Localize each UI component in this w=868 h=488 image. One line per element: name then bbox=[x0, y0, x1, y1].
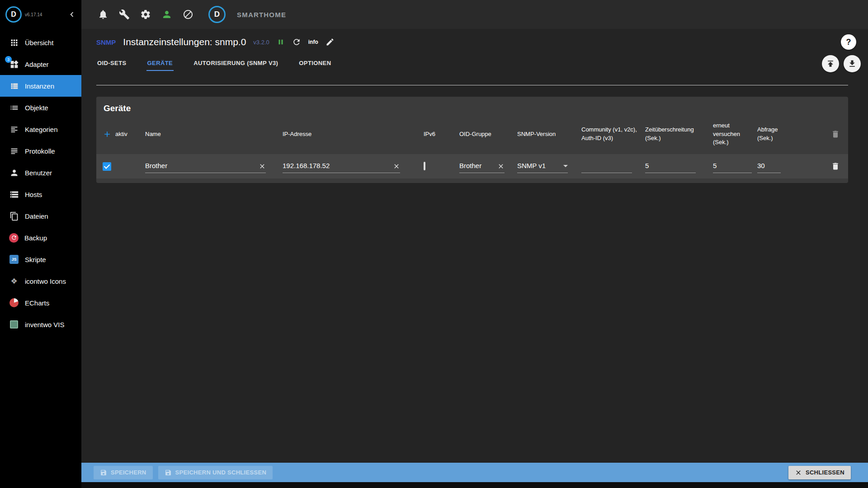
device-poll-cell bbox=[757, 160, 802, 173]
device-retry-cell bbox=[713, 160, 757, 173]
sidebar-item-label: Dateien bbox=[25, 212, 48, 220]
retry-input[interactable] bbox=[713, 162, 752, 170]
refresh-icon[interactable] bbox=[292, 38, 301, 47]
export-config-button[interactable] bbox=[844, 55, 861, 72]
sidebar-item-label: inventwo VIS bbox=[25, 321, 65, 328]
chevron-left-icon bbox=[67, 9, 77, 19]
notifications-bell-icon[interactable] bbox=[98, 9, 108, 20]
sidebar-item-inventwo-vis[interactable]: inventwo VIS bbox=[0, 314, 81, 335]
sidebar-item-label: Kategorien bbox=[25, 126, 58, 133]
save-icon bbox=[165, 469, 172, 476]
add-device-button[interactable] bbox=[103, 130, 112, 139]
page-title: Instanzeinstellungen: snmp.0 bbox=[123, 37, 246, 47]
host-status-icon[interactable] bbox=[161, 9, 172, 20]
gear-icon[interactable] bbox=[140, 9, 151, 20]
sidebar-item-uebersicht[interactable]: Übersicht bbox=[0, 32, 81, 53]
js-glyph: JS bbox=[11, 257, 16, 262]
logo-letter: D bbox=[11, 10, 16, 19]
column-header-community: Community (v1, v2c), Auth-ID (v3) bbox=[581, 126, 645, 143]
categories-icon bbox=[9, 124, 19, 134]
sidebar-item-hosts[interactable]: Hosts bbox=[0, 183, 81, 205]
save-button[interactable]: SPEICHERN bbox=[94, 466, 153, 479]
cloud-disconnected-icon[interactable] bbox=[183, 9, 193, 20]
files-icon bbox=[9, 211, 19, 221]
save-and-close-label: SPEICHERN UND SCHLIESSEN bbox=[175, 469, 267, 476]
sidebar-item-label: Benutzer bbox=[25, 169, 52, 177]
echarts-icon bbox=[9, 298, 19, 308]
import-config-button[interactable] bbox=[822, 55, 839, 72]
timeout-input[interactable] bbox=[645, 162, 696, 170]
device-name-input[interactable] bbox=[145, 162, 257, 170]
close-button[interactable]: SCHLIESSEN bbox=[788, 466, 851, 479]
sidebar-item-objekte[interactable]: Objekte bbox=[0, 97, 81, 118]
sidebar-item-echarts[interactable]: ECharts bbox=[0, 292, 81, 314]
apps-grid-icon bbox=[9, 38, 19, 47]
save-button-label: SPEICHERN bbox=[111, 469, 146, 476]
tab-geraete[interactable]: GERÄTE bbox=[146, 55, 174, 71]
tab-autorisierung[interactable]: AUTORISIERUNG (SNMP V3) bbox=[193, 55, 279, 71]
pause-instance-icon[interactable] bbox=[277, 38, 285, 46]
collapse-sidebar-button[interactable] bbox=[67, 9, 77, 19]
instance-settings-header: SNMP Instanzeinstellungen: snmp.0 v3.2.0… bbox=[81, 29, 868, 55]
help-button[interactable]: ? bbox=[841, 34, 856, 50]
inventwo-vis-icon bbox=[9, 319, 19, 329]
device-oid-cell bbox=[459, 160, 517, 173]
device-row: SNMP v1 bbox=[96, 154, 848, 178]
clear-oid-icon[interactable] bbox=[497, 163, 505, 170]
save-toolbar: SPEICHERN SPEICHERN UND SCHLIESSEN SCHLI… bbox=[81, 463, 868, 482]
snmp-version-value: SNMP v1 bbox=[517, 161, 561, 172]
sidebar-item-protokolle[interactable]: Protokolle bbox=[0, 140, 81, 162]
delete-device-icon[interactable] bbox=[831, 162, 840, 171]
sidebar-item-label: Protokolle bbox=[25, 147, 55, 155]
tabs-bar: OID-SETS GERÄTE AUTORISIERUNG (SNMP V3) … bbox=[81, 55, 868, 75]
close-button-label: SCHLIESSEN bbox=[806, 469, 844, 476]
column-header-timeout: Zeitüberschreitung (Sek.) bbox=[645, 126, 713, 143]
device-ipv6-cell bbox=[424, 162, 459, 171]
edit-pencil-icon[interactable] bbox=[326, 38, 335, 47]
sidebar-item-label: Backup bbox=[24, 234, 47, 242]
sidebar-item-skripte[interactable]: JS Skripte bbox=[0, 249, 81, 270]
sidebar-item-adapter[interactable]: 3 Adapter bbox=[0, 53, 81, 75]
snmp-version-select[interactable]: SNMP v1 bbox=[517, 160, 568, 173]
chevron-down-icon bbox=[563, 165, 568, 167]
column-header-ip: IP-Adresse bbox=[283, 130, 424, 139]
tab-oid-sets[interactable]: OID-SETS bbox=[96, 55, 127, 71]
delete-all-icon[interactable] bbox=[831, 130, 840, 139]
sidebar-item-kategorien[interactable]: Kategorien bbox=[0, 118, 81, 140]
device-active-cell bbox=[96, 162, 145, 171]
sidebar-item-dateien[interactable]: Dateien bbox=[0, 205, 81, 227]
devices-table-header: aktiv Name IP-Adresse IPv6 OID-Gruppe SN… bbox=[96, 114, 848, 154]
tab-optionen[interactable]: OPTIONEN bbox=[298, 55, 332, 71]
sidebar: D v6.17.14 Übersicht 3 Adapter Instanzen… bbox=[0, 0, 81, 488]
column-header-name: Name bbox=[145, 130, 283, 139]
sidebar-item-icontwo[interactable]: ❖ icontwo Icons bbox=[0, 270, 81, 292]
ipv6-checkbox[interactable] bbox=[424, 162, 425, 170]
brand-logo-icon: D bbox=[208, 6, 226, 23]
brand-title: SMARTHOME bbox=[237, 11, 286, 19]
save-icon bbox=[100, 469, 107, 476]
poll-input[interactable] bbox=[757, 162, 781, 170]
column-header-abfrage: Abfrage (Sek.) bbox=[757, 126, 802, 143]
adapter-badge: 3 bbox=[5, 56, 12, 63]
clear-name-icon[interactable] bbox=[259, 163, 266, 170]
active-checkbox[interactable] bbox=[103, 162, 111, 171]
sidebar-item-label: Skripte bbox=[25, 256, 46, 263]
log-level-label[interactable]: info bbox=[308, 39, 318, 45]
device-name-cell bbox=[145, 160, 283, 173]
sidebar-item-instanzen[interactable]: Instanzen bbox=[0, 75, 81, 97]
clear-ip-icon[interactable] bbox=[393, 163, 400, 170]
save-and-close-button[interactable]: SPEICHERN UND SCHLIESSEN bbox=[158, 466, 273, 479]
brand-logo-letter: D bbox=[214, 10, 220, 19]
sidebar-item-backup[interactable]: Backup bbox=[0, 227, 81, 249]
device-ip-cell bbox=[283, 160, 424, 173]
close-icon bbox=[795, 469, 802, 476]
device-ip-input[interactable] bbox=[283, 162, 391, 170]
oid-group-input[interactable] bbox=[459, 162, 495, 170]
sidebar-item-benutzer[interactable]: Benutzer bbox=[0, 162, 81, 183]
adapter-version-label: v3.2.0 bbox=[253, 39, 269, 46]
devices-panel-title: Geräte bbox=[96, 97, 848, 114]
community-input[interactable] bbox=[581, 162, 632, 170]
wrench-icon[interactable] bbox=[119, 9, 130, 20]
help-glyph: ? bbox=[846, 38, 851, 47]
column-header-delete bbox=[802, 130, 848, 139]
